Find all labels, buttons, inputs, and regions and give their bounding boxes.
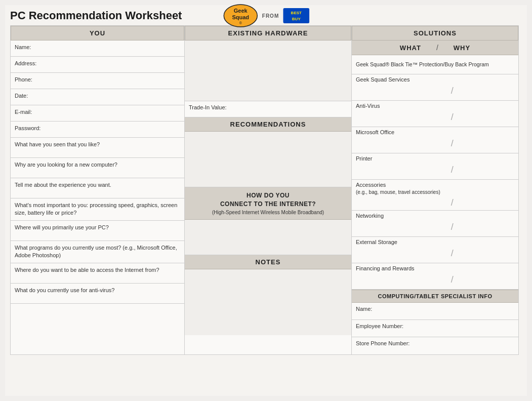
solution-name-6: Networking — [356, 213, 514, 220]
specialist-header: COMPUTING/TABLET SPECIALIST INFO — [352, 290, 518, 303]
header: PC Recommendation Worksheet Geek Squad ®… — [5, 5, 527, 25]
password-field[interactable]: Password: — [11, 122, 184, 138]
name-field[interactable]: Name: — [11, 41, 184, 57]
solution-slash-8: / — [451, 274, 454, 285]
solution-row-0[interactable]: Geek Squad® Black Tie™ Protection/Buy Ba… — [352, 55, 518, 74]
solution-name-5: Accessories — [356, 182, 514, 189]
recommendations-content — [185, 132, 351, 187]
geek-squad-logo: Geek Squad ® — [223, 4, 258, 28]
specialist-name-field[interactable]: Name: — [352, 303, 518, 320]
internet-access-field[interactable]: Where do you want to be able to access t… — [11, 263, 184, 284]
what-label: WHAT — [400, 44, 421, 52]
specialist-phone-label: Store Phone Number: — [356, 340, 410, 346]
notes-header: NOTES — [185, 255, 351, 269]
svg-text:BEST: BEST — [291, 11, 302, 15]
solution-name-4: Printer — [356, 155, 514, 163]
address-field[interactable]: Address: — [11, 57, 184, 73]
specialist-employee-field[interactable]: Employee Number: — [352, 320, 518, 337]
you-column: YOU Name: Address: Phone: Date: E-mail: … — [10, 25, 185, 355]
you-header: YOU — [11, 26, 184, 41]
programs-field[interactable]: What programs do you currently use most?… — [11, 241, 184, 263]
solution-name-1: Geek Squad Services — [356, 76, 514, 84]
page-title: PC Recommendation Worksheet — [10, 9, 182, 22]
primary-use-field[interactable]: Where will you primarily use your PC? — [11, 221, 184, 241]
recommendations-header: RECOMMENDATIONS — [185, 117, 351, 132]
specialist-employee-label: Employee Number: — [356, 323, 403, 329]
email-field[interactable]: E-mail: — [11, 105, 184, 122]
solution-row-7[interactable]: External Storage / — [352, 237, 518, 263]
solution-slash-3: / — [451, 138, 454, 149]
solution-name-8: Financing and Rewards — [356, 265, 514, 272]
svg-text:BUY: BUY — [292, 17, 301, 21]
hardware-header: EXISTING HARDWARE — [185, 26, 351, 41]
solution-slash-1: / — [451, 86, 454, 96]
page-wrapper: PC Recommendation Worksheet Geek Squad ®… — [5, 5, 527, 396]
solution-row-1[interactable]: Geek Squad Services / — [352, 74, 518, 101]
date-field[interactable]: Date: — [11, 89, 184, 105]
solutions-column: SOLUTIONS WHAT / WHY Geek Squad® Black T… — [352, 25, 519, 355]
solution-name-2: Anti-Virus — [356, 103, 514, 110]
internet-title-line2: CONNECT TO THE INTERNET? — [187, 200, 349, 209]
why-label: WHY — [454, 44, 470, 52]
solution-row-2[interactable]: Anti-Virus / — [352, 101, 518, 127]
solution-slash-6: / — [451, 222, 454, 232]
solution-row-4[interactable]: Printer / — [352, 153, 518, 180]
internet-section: HOW DO YOU CONNECT TO THE INTERNET? (Hig… — [185, 187, 351, 220]
trade-in-label: Trade-In Value: — [189, 104, 227, 110]
solution-slash-7: / — [451, 248, 454, 259]
logo-area: Geek Squad ® FROM BEST BUY — [223, 4, 309, 28]
internet-title-line1: HOW DO YOU — [187, 191, 349, 200]
svg-text:Squad: Squad — [232, 14, 249, 20]
trade-in-row[interactable]: Trade-In Value: — [185, 101, 351, 117]
hardware-image-area — [185, 41, 351, 101]
solution-slash-5: / — [451, 197, 454, 208]
solution-row-5[interactable]: Accessories (e.g., bag, mouse, travel ac… — [352, 180, 518, 211]
phone-field[interactable]: Phone: — [11, 73, 184, 89]
what-why-header: WHAT / WHY — [352, 41, 518, 55]
why-new-computer-field[interactable]: Why are you looking for a new computer? — [11, 158, 184, 178]
solution-row-3[interactable]: Microsoft Office / — [352, 127, 518, 153]
experience-field[interactable]: Tell me about the experience you want. — [11, 178, 184, 198]
svg-text:Geek: Geek — [233, 8, 248, 14]
antivirus-field[interactable]: What do you currently use for anti-virus… — [11, 284, 184, 304]
solution-row-6[interactable]: Networking / — [352, 211, 518, 237]
from-text: FROM — [262, 13, 279, 19]
best-buy-logo: BEST BUY — [283, 8, 309, 23]
specialist-name-label: Name: — [356, 306, 372, 312]
solution-name-7: External Storage — [356, 239, 514, 246]
solutions-header: SOLUTIONS — [352, 26, 518, 41]
solution-name-0: Geek Squad® Black Tie™ Protection/Buy Ba… — [356, 61, 489, 68]
liked-field[interactable]: What have you seen that you like? — [11, 138, 184, 158]
hardware-column: EXISTING HARDWARE Trade-In Value: RECOMM… — [185, 25, 352, 355]
notes-content — [185, 269, 351, 335]
solution-slash-2: / — [451, 112, 454, 123]
important-field[interactable]: What's most important to you: processing… — [11, 198, 184, 221]
solution-sub-5: (e.g., bag, mouse, travel accessories) — [356, 189, 514, 195]
specialist-phone-field[interactable]: Store Phone Number: — [352, 337, 518, 354]
internet-subtitle: (High-Speed Internet Wireless Mobile Bro… — [187, 210, 349, 215]
solution-row-8[interactable]: Financing and Rewards / — [352, 263, 518, 290]
solution-name-3: Microsoft Office — [356, 129, 514, 136]
main-columns: YOU Name: Address: Phone: Date: E-mail: … — [5, 25, 527, 360]
internet-content — [185, 220, 351, 255]
solution-slash-4: / — [451, 165, 454, 175]
header-slash: / — [436, 44, 438, 52]
svg-text:®: ® — [239, 21, 242, 25]
